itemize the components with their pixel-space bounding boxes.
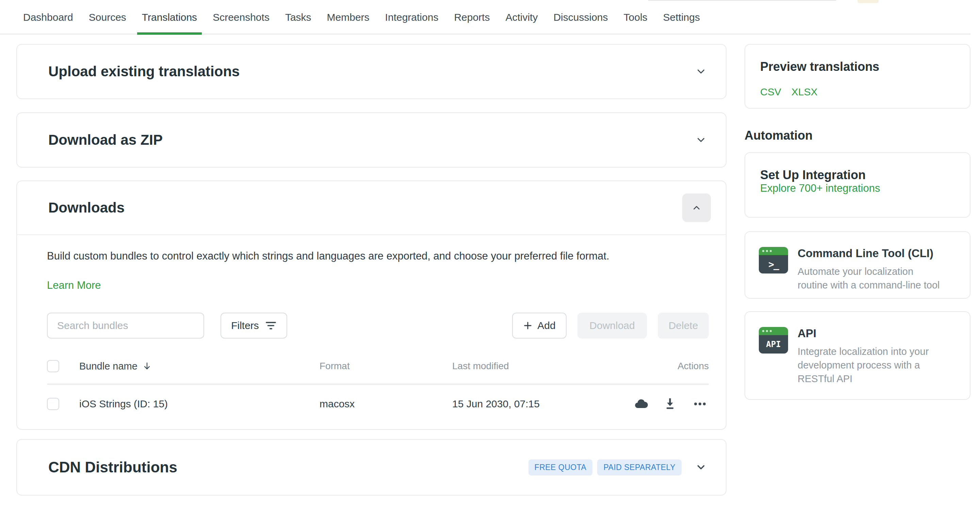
downloads-card-body: Build custom bundles to control exactly …: [17, 235, 726, 435]
add-button-label: Add: [537, 320, 555, 331]
set-up-integration-card: Set Up Integration Explore 700+ integrat…: [745, 152, 970, 218]
explore-integrations-link[interactable]: Explore 700+ integrations: [760, 182, 880, 194]
xlsx-link[interactable]: XLSX: [791, 86, 818, 98]
bundle-actions: Add Download Delete: [512, 313, 709, 338]
sidebar: Preview translations CSV XLSX Automation…: [745, 44, 970, 400]
nav-item-tools[interactable]: Tools: [624, 11, 648, 34]
column-bundle-name[interactable]: Bundle name: [59, 361, 320, 372]
topbar-cutoff-button: [858, 0, 878, 3]
downloads-card: Downloads Build custom bundles to contro…: [16, 180, 727, 430]
sort-descending-icon[interactable]: [142, 361, 152, 371]
chevron-down-icon[interactable]: [695, 134, 707, 146]
chevron-down-icon[interactable]: [695, 66, 707, 77]
api-card-text: API Integrate localization into your dev…: [798, 327, 944, 384]
downloads-collapse-button[interactable]: [682, 193, 711, 222]
column-last-modified: Last modified: [452, 361, 629, 372]
automation-heading: Automation: [745, 128, 970, 143]
nav-item-discussions[interactable]: Discussions: [553, 11, 608, 34]
project-nav: Dashboard Sources Translations Screensho…: [0, 0, 970, 35]
cdn-badges: FREE QUOTA PAID SEPARATELY: [528, 460, 682, 476]
filters-button-label: Filters: [231, 320, 259, 331]
delete-bundle-button[interactable]: Delete: [658, 313, 709, 338]
api-icon-glyph: API: [759, 335, 788, 354]
downloads-card-header[interactable]: Downloads: [17, 181, 726, 234]
cli-tool-title: Command Line Tool (CLI): [798, 247, 944, 260]
download-bundle-button[interactable]: Download: [578, 313, 647, 338]
topbar-cutoff-line: [648, 0, 836, 1]
upload-existing-translations-card[interactable]: Upload existing translations: [16, 44, 727, 99]
learn-more-link[interactable]: Learn More: [47, 279, 101, 292]
plus-icon: [523, 321, 533, 330]
zip-card-title: Download as ZIP: [48, 132, 163, 148]
terminal-icon: >_: [759, 247, 788, 273]
cli-tool-card[interactable]: >_ Command Line Tool (CLI) Automate your…: [745, 231, 970, 299]
cloud-export-icon[interactable]: [634, 396, 649, 412]
search-bundles-input[interactable]: [47, 313, 204, 338]
csv-link[interactable]: CSV: [760, 86, 781, 98]
nav-item-integrations[interactable]: Integrations: [385, 11, 439, 34]
column-actions: Actions: [629, 361, 709, 372]
nav-item-settings[interactable]: Settings: [663, 11, 700, 34]
nav-item-translations[interactable]: Translations: [142, 11, 197, 34]
free-quota-badge: FREE QUOTA: [528, 460, 593, 476]
terminal-icon-titlebar: [759, 247, 788, 255]
cdn-distributions-card[interactable]: CDN Distributions FREE QUOTA PAID SEPARA…: [16, 439, 727, 496]
bundle-controls: Filters Add Down: [47, 313, 709, 338]
chevron-down-icon[interactable]: [695, 461, 707, 473]
filter-icon: [265, 321, 277, 331]
main-column: Upload existing translations Download as…: [16, 44, 727, 496]
cli-tool-description: Automate your localization routine with …: [798, 265, 944, 292]
download-as-zip-card[interactable]: Download as ZIP: [16, 112, 727, 168]
terminal-icon-glyph: >_: [759, 255, 788, 273]
bundle-table-row: iOS Strings (ID: 15) macosx 15 Jun 2030,…: [47, 385, 709, 423]
preview-translations-card: Preview translations CSV XLSX: [745, 44, 970, 109]
api-icon-titlebar: [759, 327, 788, 335]
bundle-name-header-label: Bundle name: [79, 361, 137, 372]
content: Upload existing translations Download as…: [0, 35, 980, 496]
bundles-table-header: Bundle name Format Last modified Actions: [47, 357, 709, 375]
preview-translations-title: Preview translations: [760, 60, 955, 74]
nav-item-activity[interactable]: Activity: [505, 11, 538, 34]
add-bundle-button[interactable]: Add: [512, 313, 566, 338]
api-card[interactable]: API API Integrate localization into your…: [745, 311, 970, 400]
nav-item-tasks[interactable]: Tasks: [285, 11, 311, 34]
downloads-description: Build custom bundles to control exactly …: [47, 250, 709, 262]
preview-links: CSV XLSX: [760, 86, 955, 98]
bundle-name-cell[interactable]: iOS Strings (ID: 15): [59, 398, 320, 410]
nav-item-sources[interactable]: Sources: [89, 11, 126, 34]
bundle-format-cell: macosx: [320, 398, 452, 410]
cli-tool-text: Command Line Tool (CLI) Automate your lo…: [798, 247, 944, 283]
bundle-row-actions: [629, 396, 709, 412]
download-bundle-icon[interactable]: [662, 396, 678, 412]
api-card-description: Integrate localization into your develop…: [798, 345, 944, 386]
set-up-integration-title: Set Up Integration: [760, 168, 955, 182]
nav-item-screenshots[interactable]: Screenshots: [213, 11, 269, 34]
row-checkbox[interactable]: [47, 398, 59, 410]
downloads-card-title: Downloads: [48, 199, 124, 216]
nav-item-dashboard[interactable]: Dashboard: [23, 11, 73, 34]
cdn-card-title: CDN Distributions: [48, 459, 177, 476]
nav-item-reports[interactable]: Reports: [454, 11, 490, 34]
bundle-modified-cell: 15 Jun 2030, 07:15: [452, 398, 629, 410]
upload-card-title: Upload existing translations: [48, 63, 240, 80]
paid-separately-badge: PAID SEPARATELY: [597, 460, 682, 476]
more-actions-icon[interactable]: [691, 396, 709, 412]
api-card-title: API: [798, 327, 944, 340]
column-format: Format: [320, 361, 452, 372]
api-icon: API: [759, 327, 788, 354]
translations-page: Dashboard Sources Translations Screensho…: [0, 0, 980, 517]
select-all-checkbox[interactable]: [47, 360, 59, 372]
filters-button[interactable]: Filters: [221, 313, 287, 338]
chevron-up-icon: [692, 203, 702, 213]
nav-item-members[interactable]: Members: [327, 11, 369, 34]
